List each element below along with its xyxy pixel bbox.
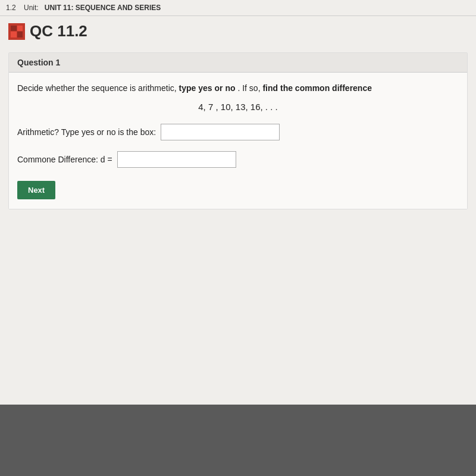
browser-content: 1.2 Unit: UNIT 11: SEQUENCE AND SERIES Q… bbox=[0, 0, 476, 405]
sequence-display: 4, 7 , 10, 13, 16, . . . bbox=[17, 102, 459, 112]
difference-input-row: Commone Difference: d = bbox=[17, 151, 459, 168]
arithmetic-input[interactable] bbox=[161, 124, 280, 140]
unit-separator: Unit: bbox=[24, 4, 39, 12]
instruction-end: find the common difference bbox=[262, 83, 372, 93]
question-body: Decide whether the sequence is arithmeti… bbox=[9, 73, 467, 209]
icon-cell-1 bbox=[11, 26, 17, 32]
page-title: QC 11.2 bbox=[30, 22, 87, 40]
top-bar: 1.2 Unit: UNIT 11: SEQUENCE AND SERIES bbox=[0, 0, 476, 16]
instruction-bold1: type yes or no bbox=[179, 83, 236, 93]
difference-input[interactable] bbox=[117, 151, 236, 168]
qc-header: QC 11.2 bbox=[0, 16, 476, 46]
question-card: Question 1 Decide whether the sequence i… bbox=[8, 52, 468, 209]
sequence-values: 4, 7 , 10, 13, 16, . . . bbox=[198, 102, 277, 112]
arithmetic-input-row: Arithmetic? Type yes or no is the box: bbox=[17, 124, 459, 140]
question-text: Decide whether the sequence is arithmeti… bbox=[17, 82, 459, 95]
unit-label: UNIT 11: SEQUENCE AND SERIES bbox=[45, 4, 161, 12]
question-label: Question 1 bbox=[17, 58, 60, 67]
breadcrumb-number: 1.2 bbox=[6, 4, 16, 12]
icon-cell-3 bbox=[11, 32, 17, 37]
instruction-start: Decide whether the sequence is arithmeti… bbox=[17, 83, 177, 93]
next-button[interactable]: Next bbox=[17, 181, 55, 199]
instruction-middle: . If so, bbox=[237, 83, 260, 93]
question-header: Question 1 bbox=[9, 53, 467, 73]
icon-cell-2 bbox=[17, 26, 23, 32]
arithmetic-label: Arithmetic? Type yes or no is the box: bbox=[17, 127, 156, 137]
breadcrumb-text: 1.2 Unit: UNIT 11: SEQUENCE AND SERIES bbox=[6, 4, 161, 12]
icon-cell-4 bbox=[17, 32, 23, 37]
qc-icon bbox=[8, 23, 25, 40]
difference-label: Commone Difference: d = bbox=[17, 155, 112, 164]
dark-background bbox=[0, 405, 476, 476]
